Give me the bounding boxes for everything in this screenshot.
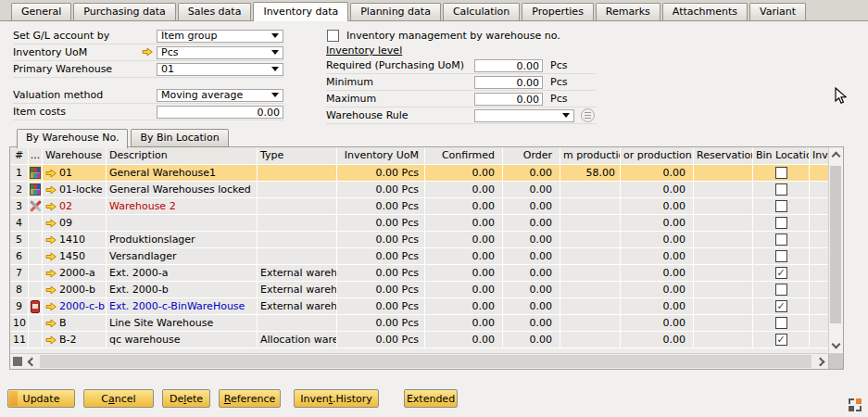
bin-location-checkbox[interactable] xyxy=(775,267,787,279)
table-row[interactable]: 5 1410 Produktionslager 0.00 Pcs 0.00 0.… xyxy=(10,232,843,248)
tab-attachments[interactable]: Attachments xyxy=(662,3,748,20)
for-production-cell[interactable]: 0.00 xyxy=(621,282,694,298)
column-header-type[interactable]: Type xyxy=(258,147,337,165)
bin-location-checkbox[interactable] xyxy=(775,300,787,312)
ordered-cell[interactable]: 0.00 xyxy=(503,298,560,315)
for-production-cell[interactable]: 0.00 xyxy=(621,232,694,248)
split-handle[interactable] xyxy=(13,357,22,366)
warehouse-cell[interactable]: 1450 xyxy=(43,248,107,265)
invent-history-button[interactable]: Invent.History xyxy=(294,389,379,408)
type-cell[interactable] xyxy=(258,198,337,215)
bin-location-checkbox[interactable] xyxy=(775,284,787,296)
warehouse-cell[interactable]: 02 xyxy=(43,198,107,215)
inventory-uom-cell[interactable]: 0.00 Pcs xyxy=(337,198,425,215)
confirmed-cell[interactable]: 0.00 xyxy=(425,232,503,248)
warehouse-rule-select[interactable] xyxy=(474,109,574,122)
link-arrow-icon[interactable] xyxy=(142,47,153,57)
scroll-down-button[interactable] xyxy=(829,337,842,351)
confirmed-cell[interactable]: 0.00 xyxy=(425,165,503,182)
inventory-uom-cell[interactable]: 0.00 Pcs xyxy=(337,315,425,332)
type-cell[interactable]: External warehous xyxy=(258,298,337,315)
column-header-reservation[interactable]: Reservation xyxy=(694,147,753,165)
tab-planning-data[interactable]: Planning data xyxy=(350,3,441,20)
reservation-cell[interactable] xyxy=(694,215,753,232)
column-header-from-production[interactable]: m production xyxy=(560,147,621,165)
ordered-cell[interactable]: 0.00 xyxy=(503,248,560,265)
description-cell[interactable]: Versandlager xyxy=(107,248,258,265)
link-arrow-icon[interactable] xyxy=(45,319,57,328)
warehouse-cell[interactable]: 01-locke xyxy=(43,182,107,198)
description-cell[interactable]: General Warehouse1 xyxy=(107,165,258,182)
warehouse-cell[interactable]: B xyxy=(43,315,107,332)
warehouse-cell[interactable]: 09 xyxy=(43,215,107,232)
type-cell[interactable] xyxy=(258,232,337,248)
inventory-uom-cell[interactable]: 0.00 Pcs xyxy=(337,165,425,182)
link-arrow-icon[interactable] xyxy=(45,285,57,295)
item-costs-field[interactable]: 0.00 xyxy=(157,106,283,119)
from-production-cell[interactable] xyxy=(560,265,621,282)
table-row[interactable]: 9 2000-c-b Ext. 2000-c-BinWareHouse Exte… xyxy=(10,298,843,315)
reservation-cell[interactable] xyxy=(694,248,753,265)
inventory-uom-cell[interactable]: 0.00 Pcs xyxy=(337,248,425,265)
from-production-cell[interactable] xyxy=(560,248,621,265)
confirmed-cell[interactable]: 0.00 xyxy=(425,182,503,198)
column-header-warehouse[interactable]: Warehouse xyxy=(43,147,107,165)
inventory-uom-cell[interactable]: 0.00 Pcs xyxy=(337,265,425,282)
column-header-confirmed[interactable]: Confirmed xyxy=(425,147,503,165)
reservation-cell[interactable] xyxy=(694,265,753,282)
reservation-cell[interactable] xyxy=(694,332,753,348)
description-cell[interactable] xyxy=(107,215,258,232)
type-cell[interactable] xyxy=(258,248,337,265)
tab-sales-data[interactable]: Sales data xyxy=(178,3,252,20)
bin-location-checkbox[interactable] xyxy=(775,250,787,262)
required-field[interactable]: 0.00 xyxy=(474,59,543,72)
scroll-up-button[interactable] xyxy=(829,149,842,163)
table-row[interactable]: 2 01-locke General Warehouses locked 0.0… xyxy=(10,182,843,198)
column-header-inventory-uom[interactable]: Inventory UoM xyxy=(337,147,425,165)
description-cell[interactable]: Ext. 2000-a xyxy=(107,265,258,282)
for-production-cell[interactable]: 0.00 xyxy=(621,298,694,315)
from-production-cell[interactable] xyxy=(560,282,621,298)
from-production-cell[interactable] xyxy=(560,332,621,348)
primary-warehouse-select[interactable]: 01 xyxy=(157,63,283,76)
ordered-cell[interactable]: 0.00 xyxy=(503,182,560,198)
description-cell[interactable]: Ext. 2000-b xyxy=(107,282,258,298)
scroll-right-button[interactable] xyxy=(812,354,827,369)
maximum-field[interactable]: 0.00 xyxy=(474,93,543,106)
ordered-cell[interactable]: 0.00 xyxy=(503,265,560,282)
reservation-cell[interactable] xyxy=(694,198,753,215)
description-cell[interactable]: General Warehouses locked xyxy=(107,182,258,198)
ordered-cell[interactable]: 0.00 xyxy=(503,332,560,348)
extended-button[interactable]: Extended xyxy=(404,389,458,408)
table-row[interactable]: 3 02 Warehouse 2 0.00 Pcs 0.00 0.00 0.00 xyxy=(10,198,843,215)
tab-variant[interactable]: Variant xyxy=(749,3,806,20)
bin-location-checkbox[interactable] xyxy=(775,334,787,346)
from-production-cell[interactable] xyxy=(560,232,621,248)
link-arrow-icon[interactable] xyxy=(45,185,57,195)
from-production-cell[interactable] xyxy=(560,298,621,315)
type-cell[interactable] xyxy=(258,215,337,232)
from-production-cell[interactable] xyxy=(560,315,621,332)
description-cell[interactable]: Line Site Warehouse xyxy=(107,315,258,332)
delete-button[interactable]: Delete xyxy=(162,389,210,408)
from-production-cell[interactable] xyxy=(560,198,621,215)
ordered-cell[interactable]: 0.00 xyxy=(503,232,560,248)
for-production-cell[interactable]: 0.00 xyxy=(621,265,694,282)
valuation-method-select[interactable]: Moving average xyxy=(157,89,283,102)
confirmed-cell[interactable]: 0.00 xyxy=(425,198,503,215)
table-row[interactable]: 8 2000-b Ext. 2000-b External warehous 0… xyxy=(10,282,843,298)
bin-location-checkbox[interactable] xyxy=(775,183,787,196)
confirmed-cell[interactable]: 0.00 xyxy=(425,298,503,315)
description-cell[interactable]: Produktionslager xyxy=(107,232,258,248)
link-arrow-icon[interactable] xyxy=(45,302,57,311)
inventory-uom-cell[interactable]: 0.00 Pcs xyxy=(337,298,425,315)
inventory-uom-cell[interactable]: 0.00 Pcs xyxy=(337,232,425,248)
subtab-by-warehouse-no[interactable]: By Warehouse No. xyxy=(17,129,128,148)
scroll-left-button[interactable] xyxy=(24,354,39,369)
reservation-cell[interactable] xyxy=(694,165,753,182)
reservation-cell[interactable] xyxy=(694,298,753,315)
for-production-cell[interactable]: 0.00 xyxy=(621,332,694,348)
table-row[interactable]: 11 B-2 qc warehouse Allocation wareho 0.… xyxy=(10,332,843,348)
column-header-inventory[interactable]: Inven xyxy=(810,147,829,165)
cancel-button[interactable]: Cancel xyxy=(83,389,154,408)
